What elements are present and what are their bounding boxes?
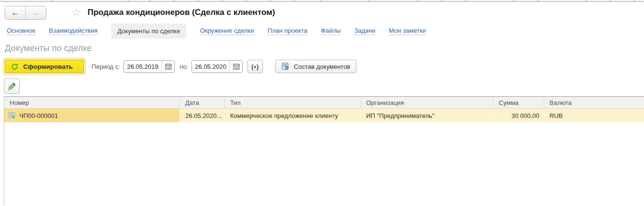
column-header-date[interactable]: Дата bbox=[180, 97, 225, 108]
window-header: ← → ☆ Продажа кондиционеров (Сделка с кл… bbox=[0, 2, 644, 23]
cell-currency[interactable]: RUB bbox=[544, 109, 644, 122]
table-header: Номер Дата Тип Организация Сумма Валюта bbox=[4, 96, 644, 109]
generate-button-label: Сформировать bbox=[23, 63, 73, 70]
background-grid-remnant bbox=[0, 0, 644, 2]
period-select-icon: (•) bbox=[251, 63, 259, 70]
tab-dokumenty-po-sdelke[interactable]: Документы по сделке bbox=[111, 24, 186, 39]
column-header-amount[interactable]: Сумма bbox=[493, 97, 544, 108]
edit-button[interactable] bbox=[4, 78, 20, 94]
forward-button[interactable]: → bbox=[26, 6, 46, 19]
composition-button-label: Состав документов bbox=[294, 63, 350, 70]
period-from-input[interactable] bbox=[124, 61, 162, 72]
tab-okruzhenie-sdelki[interactable]: Окружение сделки bbox=[200, 27, 254, 35]
document-number: ЧП00-000001 bbox=[19, 112, 58, 119]
tab-vzaimodeystviya[interactable]: Взаимодействия bbox=[49, 27, 98, 35]
page-title: Продажа кондиционеров (Сделка с клиентом… bbox=[88, 8, 275, 17]
table-row[interactable]: ЧП00-000001 26.05.2020... Коммерческое п… bbox=[4, 109, 644, 122]
cell-amount[interactable]: 30 000,00 bbox=[493, 109, 544, 122]
pencil-icon bbox=[8, 82, 16, 90]
documents-table: Номер Дата Тип Организация Сумма Валюта … bbox=[4, 96, 644, 206]
list-toolbar bbox=[0, 78, 644, 94]
period-from-label: Период с: bbox=[92, 63, 120, 70]
select-period-button[interactable]: (•) bbox=[247, 60, 263, 73]
tab-osnovnoe[interactable]: Основное bbox=[7, 27, 36, 35]
calendar-icon[interactable] bbox=[162, 61, 174, 72]
report-toolbar: Сформировать Период с: по: (•) Состав до… bbox=[0, 58, 644, 75]
period-to-label: по: bbox=[179, 63, 188, 70]
cell-date[interactable]: 26.05.2020... bbox=[180, 109, 225, 122]
tab-bar: Основное Взаимодействия Документы по сде… bbox=[0, 23, 644, 39]
refresh-icon bbox=[11, 63, 18, 70]
table-empty-area[interactable] bbox=[4, 122, 644, 206]
cell-organization[interactable]: ИП "Предприниматель" bbox=[361, 109, 493, 122]
period-to-input[interactable] bbox=[192, 61, 230, 72]
generate-button[interactable]: Сформировать bbox=[5, 60, 84, 73]
period-from-field bbox=[123, 60, 175, 73]
document-composition-button[interactable]: Состав документов bbox=[275, 60, 356, 73]
column-header-currency[interactable]: Валюта bbox=[544, 97, 644, 108]
column-header-type[interactable]: Тип bbox=[225, 97, 361, 108]
cell-number[interactable]: ЧП00-000001 bbox=[4, 109, 180, 122]
tab-zadachi[interactable]: Задачи bbox=[354, 27, 375, 35]
history-nav: ← → bbox=[5, 6, 46, 20]
favorite-star-icon[interactable]: ☆ bbox=[71, 7, 82, 18]
calendar-icon[interactable] bbox=[230, 61, 242, 72]
tab-plan-proekta[interactable]: План проекта bbox=[268, 27, 308, 35]
column-header-organization[interactable]: Организация bbox=[361, 97, 493, 108]
period-to-field bbox=[192, 60, 243, 73]
gear-list-icon bbox=[282, 63, 290, 70]
cell-type[interactable]: Коммерческое предложение клиенту bbox=[225, 109, 361, 122]
tab-fayly[interactable]: Файлы bbox=[321, 27, 341, 35]
column-header-number[interactable]: Номер bbox=[4, 97, 180, 108]
section-heading: Документы по сделке bbox=[5, 43, 644, 53]
tab-moi-zametki[interactable]: Мои заметки bbox=[389, 27, 426, 35]
document-posted-icon bbox=[8, 112, 16, 119]
back-button[interactable]: ← bbox=[5, 6, 26, 19]
